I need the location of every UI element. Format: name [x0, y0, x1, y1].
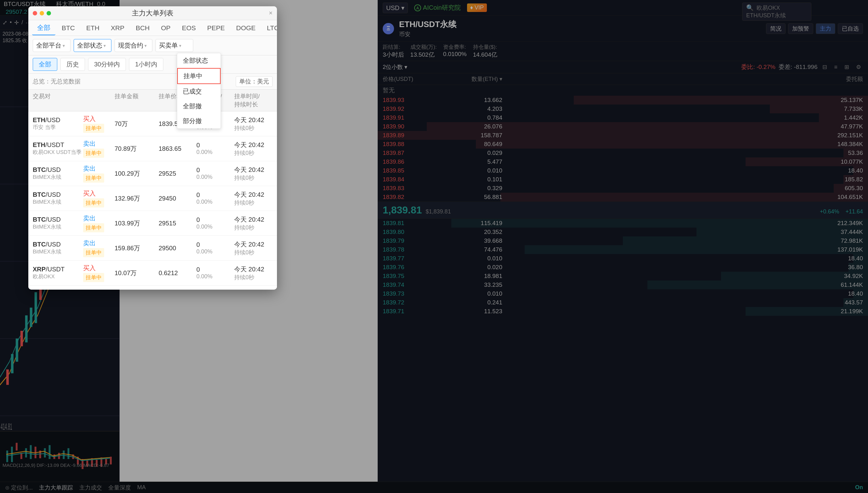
platform-filter[interactable]: 全部平台 ▾	[33, 39, 70, 52]
dropdown-filled[interactable]: 已成交	[177, 84, 221, 99]
table-row[interactable]: ETH/USD 币安 当季 买入 挂单中 70万 1839.59 0 0.00%…	[28, 111, 277, 136]
table-row[interactable]: BTC/USD BitMEX永续 卖出 挂单中 159.86万 29500 0 …	[28, 236, 277, 261]
table-row[interactable]: BTC/USD BitMEX永续 卖出 挂单中 100.29万 29525 0 …	[28, 161, 277, 186]
amount-2: 70.89万	[115, 145, 159, 153]
price-6: 29500	[159, 244, 196, 252]
table-row[interactable]: ETH/USDT 欧易OKX USDT当季 卖出 挂单中 70.89万 1863…	[28, 136, 277, 161]
side-buy-1: 买入	[83, 114, 115, 123]
col-pair: 交易对	[33, 92, 83, 109]
pair-btc-usd-5: BTC/USD	[33, 216, 83, 223]
modal-title: 主力大单列表	[132, 8, 173, 18]
platform-filter-chevron: ▾	[63, 43, 65, 48]
contract-filter[interactable]: 现货合约 ▾	[115, 39, 152, 52]
duration-2: 持续0秒	[234, 149, 277, 157]
status-filter-label: 全部状态	[77, 41, 102, 50]
tab-bch[interactable]: BCH	[131, 22, 155, 34]
side-buy-7: 买入	[83, 264, 115, 272]
close-traffic-light[interactable]	[33, 11, 37, 16]
pair-xrp-usdt-7: XRP/USDT	[33, 266, 83, 273]
summary-row: 总览：无总览数据 单位：美元	[28, 74, 277, 90]
price-5: 29515	[159, 220, 196, 227]
tab-xrp[interactable]: XRP	[106, 22, 129, 34]
status-pending-3: 挂单中	[83, 173, 104, 183]
modal-subtabs: 全部 历史 30分钟内 1小时内	[28, 56, 277, 74]
tab-pepe[interactable]: PEPE	[202, 22, 230, 34]
contract-filter-chevron: ▾	[144, 43, 147, 48]
modal-filters: 全部平台 ▾ 全部状态 ▾ 现货合约 ▾ 买卖单 ▾	[28, 36, 277, 56]
duration-6: 持续0秒	[234, 249, 277, 256]
duration-5: 持续0秒	[234, 224, 277, 231]
filled-7: 0	[196, 266, 234, 273]
time-6: 今天 20:42	[234, 240, 277, 249]
unit-selector[interactable]: 单位：美元	[236, 76, 272, 87]
table-row[interactable]: BTC/USD BitMEX永续 卖出 挂单中 103.99万 29515 0 …	[28, 211, 277, 236]
table-row[interactable]: XRP/USDT 欧易OKX 买入 挂单中 10.07万 0.6212 0 0.…	[28, 261, 277, 285]
dropdown-cancel-all[interactable]: 全部撤	[177, 99, 221, 114]
amount-7: 10.07万	[115, 269, 159, 277]
subtab-30min[interactable]: 30分钟内	[88, 58, 126, 71]
tab-eth[interactable]: ETH	[81, 22, 105, 34]
status-filter[interactable]: 全部状态 ▾	[74, 39, 111, 52]
maximize-traffic-light[interactable]	[47, 11, 51, 16]
modal-window: 主力大单列表 × 全部 BTC ETH XRP BCH OP EOS PEPE …	[28, 6, 277, 290]
dropdown-pending[interactable]: 挂单中	[177, 68, 221, 84]
amount-5: 103.99万	[115, 219, 159, 228]
amount-6: 159.86万	[115, 244, 159, 253]
minimize-traffic-light[interactable]	[40, 11, 44, 16]
modal-titlebar: 主力大单列表 ×	[28, 6, 277, 20]
subtab-1hr[interactable]: 1小时内	[129, 58, 163, 71]
exchange-eth-usdt-2: 欧易OKX USDT当季	[33, 149, 83, 156]
amount-3: 100.29万	[115, 169, 159, 178]
platform-filter-label: 全部平台	[36, 41, 61, 50]
status-dropdown: 全部状态 挂单中 已成交 全部撤 部分撤	[177, 53, 221, 129]
table-row[interactable]: BCH/USDT 欧易OKX USDT永续 买入 挂单中 29.1万 243.3…	[28, 285, 277, 290]
filled-6: 0	[196, 241, 234, 249]
col-amount: 挂单金额	[115, 92, 159, 109]
traffic-lights	[33, 11, 51, 16]
exchange-btc-usd-5: BitMEX永续	[33, 223, 83, 231]
pair-btc-usd-4: BTC/USD	[33, 191, 83, 198]
tab-op[interactable]: OP	[156, 22, 176, 34]
subtab-history[interactable]: 历史	[61, 58, 85, 71]
time-2: 今天 20:42	[234, 141, 277, 149]
tab-all[interactable]: 全部	[32, 21, 55, 35]
tab-btc[interactable]: BTC	[57, 22, 80, 34]
status-pending-6: 挂单中	[83, 248, 104, 257]
side-sell-3: 卖出	[83, 164, 115, 173]
side-filter-label: 买卖单	[159, 41, 178, 50]
amount-1: 70万	[115, 120, 159, 128]
tab-ltc[interactable]: LTC	[262, 22, 277, 34]
filled-3: 0	[196, 167, 234, 174]
table-body: ETH/USD 币安 当季 买入 挂单中 70万 1839.59 0 0.00%…	[28, 111, 277, 290]
side-filter[interactable]: 买卖单 ▾	[155, 39, 193, 52]
dropdown-all-status[interactable]: 全部状态	[177, 53, 221, 68]
modal-close-button[interactable]: ×	[269, 9, 272, 17]
ratio-4: 0.00%	[196, 199, 234, 205]
status-pending-5: 挂单中	[83, 223, 104, 232]
filled-2: 0	[196, 142, 234, 149]
price-3: 29525	[159, 170, 196, 177]
col-side	[83, 92, 115, 109]
time-1: 今天 20:42	[234, 116, 277, 124]
duration-3: 持续0秒	[234, 174, 277, 181]
tab-eos[interactable]: EOS	[177, 22, 201, 34]
col-time: 挂单时间/持续时长	[234, 92, 277, 109]
status-pending-1: 挂单中	[83, 124, 104, 133]
pair-btc-usd-3: BTC/USD	[33, 166, 83, 173]
summary-text: 总览：无总览数据	[33, 78, 81, 86]
status-pending-2: 挂单中	[83, 149, 104, 158]
duration-4: 持续0秒	[234, 199, 277, 207]
dropdown-cancel-partial[interactable]: 部分撤	[177, 114, 221, 128]
table-row[interactable]: BTC/USD BitMEX永续 买入 挂单中 132.96万 29450 0 …	[28, 186, 277, 211]
subtab-all[interactable]: 全部	[33, 58, 57, 71]
pair-btc-usd-6: BTC/USD	[33, 241, 83, 248]
side-buy-8: 买入	[83, 289, 115, 290]
pair-eth-usd-1: ETH/USD	[33, 116, 83, 124]
time-5: 今天 20:42	[234, 215, 277, 224]
tab-doge[interactable]: DOGE	[231, 22, 261, 34]
price-7: 0.6212	[159, 270, 196, 277]
table-header: 交易对 挂单金额 挂单价格 成交金额/成交比例 挂单时间/持续时长	[28, 90, 277, 111]
ratio-2: 0.00%	[196, 149, 234, 155]
side-buy-4: 买入	[83, 189, 115, 198]
status-pending-7: 挂单中	[83, 273, 104, 282]
